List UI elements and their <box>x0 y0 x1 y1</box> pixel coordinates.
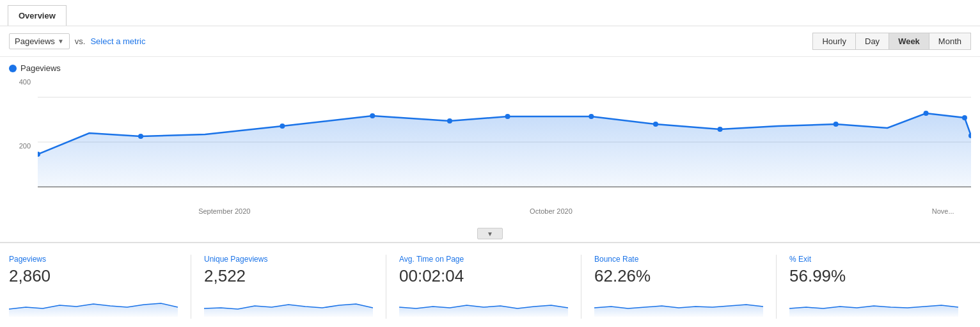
toolbar: Pageviews ▼ vs. Select a metric Hourly D… <box>0 26 980 57</box>
stat-card-bounce-rate: Bounce Rate 62.26% <box>594 255 777 319</box>
month-button[interactable]: Month <box>929 33 971 50</box>
x-label-oct: October 2020 <box>530 207 573 215</box>
x-label-sep: September 2020 <box>198 207 250 215</box>
stat-value-bounce-rate: 62.26% <box>594 266 763 286</box>
stat-label-unique-pageviews: Unique Pageviews <box>204 255 373 264</box>
svg-marker-8 <box>789 305 958 317</box>
svg-marker-4 <box>9 303 178 317</box>
toolbar-left: Pageviews ▼ vs. Select a metric <box>9 33 145 49</box>
mini-chart-bounce-rate <box>594 291 763 317</box>
chart-dot <box>718 127 723 132</box>
svg-marker-7 <box>594 305 763 317</box>
chart-dot <box>505 114 510 119</box>
day-button[interactable]: Day <box>855 33 889 50</box>
stat-card-avg-time: Avg. Time on Page 00:02:04 <box>399 255 581 319</box>
week-button[interactable]: Week <box>889 33 929 50</box>
overview-tab[interactable]: Overview <box>8 5 67 26</box>
stat-card-unique-pageviews: Unique Pageviews 2,522 <box>204 255 386 319</box>
chart-dot <box>924 111 929 116</box>
main-chart-inner <box>38 78 971 206</box>
chart-section: Pageviews ▼ vs. Select a metric Hourly D… <box>0 26 980 325</box>
chart-area: Pageviews 400 200 <box>0 57 980 225</box>
pageviews-legend-label: Pageviews <box>20 63 61 73</box>
mini-chart-pageviews <box>9 291 178 317</box>
chart-dot <box>280 124 285 129</box>
chart-dot <box>962 115 967 120</box>
stat-value-unique-pageviews: 2,522 <box>204 266 373 286</box>
chart-container: 400 200 <box>9 78 971 225</box>
y-label-200: 200 <box>19 142 31 150</box>
scroll-handle[interactable]: ▼ <box>477 228 503 239</box>
chart-dot <box>447 118 452 124</box>
dropdown-arrow-icon: ▼ <box>58 38 64 45</box>
vs-label: vs. <box>75 36 86 46</box>
chart-dot <box>138 134 143 139</box>
stat-label-avg-time: Avg. Time on Page <box>399 255 568 264</box>
chart-legend: Pageviews <box>9 63 971 73</box>
stat-label-exit: % Exit <box>789 255 958 264</box>
time-buttons: Hourly Day Week Month <box>813 33 971 50</box>
y-label-400: 400 <box>19 78 31 86</box>
scroll-handle-area: ▼ <box>0 225 980 243</box>
hourly-button[interactable]: Hourly <box>812 33 856 50</box>
stat-card-pageviews: Pageviews 2,860 <box>9 255 191 319</box>
metric-dropdown-label: Pageviews <box>15 36 55 46</box>
mini-chart-unique-pageviews <box>204 291 373 317</box>
mini-chart-exit <box>789 291 958 317</box>
main-chart-svg <box>38 78 971 206</box>
x-label-nov: Nove... <box>932 207 954 215</box>
chart-dot <box>589 114 594 119</box>
y-axis-labels: 400 200 <box>9 78 35 206</box>
x-axis-labels: September 2020 October 2020 Nove... <box>38 207 971 225</box>
svg-marker-5 <box>204 304 373 317</box>
stat-card-exit: % Exit 56.99% <box>789 255 971 319</box>
mini-chart-avg-time <box>399 291 568 317</box>
chart-dot <box>653 122 658 127</box>
stat-label-bounce-rate: Bounce Rate <box>594 255 763 264</box>
stat-value-exit: 56.99% <box>789 266 958 286</box>
metric-dropdown[interactable]: Pageviews ▼ <box>9 33 70 49</box>
chart-dot <box>370 113 375 118</box>
stat-label-pageviews: Pageviews <box>9 255 178 264</box>
stat-value-pageviews: 2,860 <box>9 266 178 286</box>
pageviews-legend-dot <box>9 65 17 72</box>
stat-value-avg-time: 00:02:04 <box>399 266 568 286</box>
select-metric-link[interactable]: Select a metric <box>90 36 145 46</box>
stats-row: Pageviews 2,860 Unique Pageviews 2,522 <box>0 243 980 325</box>
chart-dot <box>834 122 839 127</box>
page-wrapper: Overview Pageviews ▼ vs. Select a metric… <box>0 0 980 327</box>
